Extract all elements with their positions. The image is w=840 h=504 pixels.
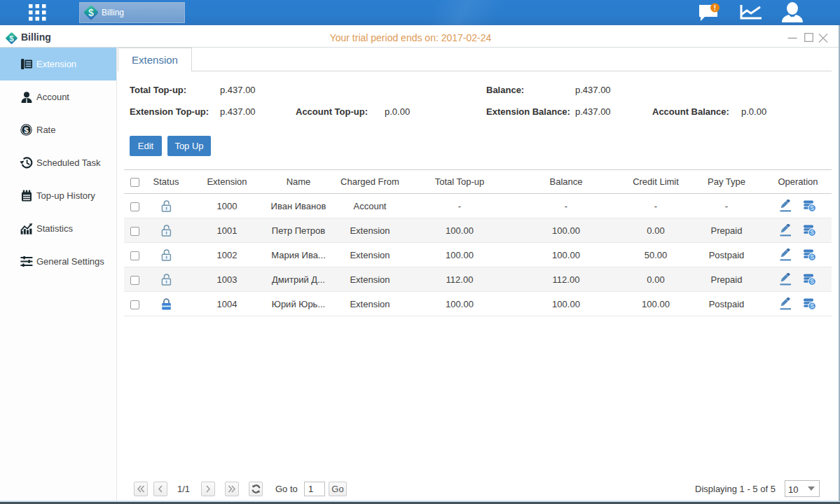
svg-text:!: ! bbox=[714, 4, 716, 12]
svg-text:$: $ bbox=[24, 126, 29, 134]
svg-text:$: $ bbox=[88, 7, 94, 18]
